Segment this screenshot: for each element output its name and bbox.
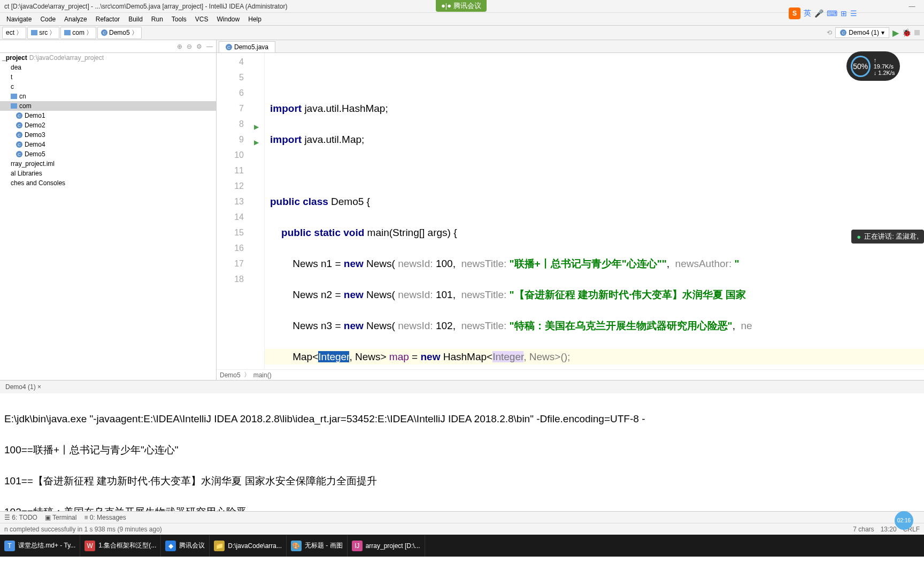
ime-keyboard-icon[interactable]: ⌨ — [827, 9, 837, 18]
menu-navigate[interactable]: Navigate — [2, 16, 36, 23]
menu-window[interactable]: Window — [213, 16, 244, 23]
ime-grid-icon[interactable]: ⊞ — [841, 9, 847, 18]
run-config-combo[interactable]: CDemo4 (1) ▾ — [835, 27, 889, 38]
nav-toolbar: ect 〉 src 〉 com 〉 CDemo5 〉 ⟲ CDemo4 (1) … — [0, 26, 924, 40]
messages-tab[interactable]: ≡ 0: Messages — [84, 514, 126, 521]
run-controls: ⟲ CDemo4 (1) ▾ ▶ 🐞 — [827, 27, 924, 38]
menu-bar: Navigate Code Analyze Refactor Build Run… — [0, 13, 924, 26]
status-chars: 7 chars — [853, 526, 874, 533]
tree-item-com[interactable]: com — [0, 101, 216, 111]
mic-icon: ● — [857, 233, 861, 241]
tree-item[interactable]: CDemo4 — [0, 140, 216, 149]
class-icon: C — [16, 132, 22, 138]
upload-speed: ↑ 19.7K/s — [874, 57, 896, 70]
taskbar-item[interactable]: ◆腾讯会议 — [161, 535, 210, 557]
taskbar-item[interactable]: 📁D:\javaCode\arra... — [210, 535, 287, 557]
status-position: 13:20 — [881, 526, 897, 533]
tree-item[interactable]: rray_project.iml — [0, 159, 216, 169]
download-speed: ↓ 1.2K/s — [874, 70, 896, 76]
todo-tab[interactable]: ☰ 6: TODO — [4, 514, 37, 521]
intellij-icon: IJ — [352, 541, 363, 551]
gear-icon[interactable]: ⚙ — [196, 43, 202, 50]
class-icon: C — [840, 29, 846, 36]
terminal-tab[interactable]: ▣ Terminal — [45, 514, 76, 521]
status-bar: n completed successfully in 1 s 938 ms (… — [0, 523, 924, 535]
class-icon: C — [16, 141, 22, 148]
crumb-com[interactable]: com 〉 — [60, 27, 96, 39]
menu-run[interactable]: Run — [147, 16, 167, 23]
menu-code[interactable]: Code — [36, 16, 60, 23]
app-icon: W — [84, 541, 95, 551]
tree-item[interactable]: dea — [0, 63, 216, 72]
minimize-button[interactable]: — — [900, 0, 924, 13]
code-editor[interactable]: import java.util.HashMap; import java.ut… — [265, 53, 924, 369]
tree-item[interactable]: t — [0, 72, 216, 82]
crumb-demo5[interactable]: CDemo5 〉 — [97, 27, 142, 39]
tree-item[interactable]: CDemo2 — [0, 120, 216, 130]
app-icon: T — [4, 541, 15, 551]
crumb-src[interactable]: src 〉 — [27, 27, 59, 39]
editor-breadcrumb[interactable]: Demo5 〉 main() — [217, 369, 924, 380]
ime-tool-icon[interactable]: ☰ — [850, 9, 857, 18]
ime-toolbar[interactable]: S 英 🎤 ⌨ ⊞ ☰ — [789, 7, 857, 19]
taskbar-item[interactable]: IJarray_project [D:\... — [348, 535, 425, 557]
tree-item[interactable]: cn — [0, 92, 216, 101]
stop-button[interactable] — [914, 30, 920, 35]
tree-item[interactable]: c — [0, 82, 216, 92]
expand-icon[interactable]: ⊖ — [187, 43, 192, 50]
editor-tab-bar: CDemo5.java — [217, 40, 924, 53]
class-icon: C — [16, 122, 22, 128]
menu-analyze[interactable]: Analyze — [60, 16, 91, 23]
menu-help[interactable]: Help — [244, 16, 266, 23]
project-tool-window: ⊕ ⊖ ⚙ — _project D:\javaCode\array_proje… — [0, 40, 217, 380]
tree-item[interactable]: al Libraries — [0, 169, 216, 178]
windows-taskbar: T课堂总结.md+ - Ty... W1.集合框架和泛型(... ◆腾讯会议 📁… — [0, 535, 924, 557]
taskbar-item[interactable]: T课堂总结.md+ - Ty... — [0, 535, 80, 557]
taskbar-item[interactable]: W1.集合框架和泛型(... — [80, 535, 161, 557]
build-indicator-icon[interactable]: ⟲ — [827, 29, 832, 36]
crumb-ect[interactable]: ect 〉 — [2, 27, 26, 39]
class-icon: C — [16, 151, 22, 157]
time-badge[interactable]: 02:16 — [895, 511, 913, 530]
folder-icon — [64, 30, 71, 35]
class-icon: C — [226, 44, 232, 50]
window-controls: — — [900, 0, 924, 13]
folder-icon: 📁 — [214, 541, 225, 551]
ime-mic-icon[interactable]: 🎤 — [814, 9, 823, 18]
meter-percent: 50% — [851, 56, 871, 77]
bottom-tool-tabs: ☰ 6: TODO ▣ Terminal ≡ 0: Messages — [0, 511, 924, 523]
menu-tools[interactable]: Tools — [167, 16, 191, 23]
debug-button[interactable]: 🐞 — [902, 28, 911, 37]
paint-icon: 🎨 — [291, 541, 302, 551]
project-tree[interactable]: _project D:\javaCode\array_project dea t… — [0, 53, 216, 380]
taskbar-item[interactable]: 🎨无标题 - 画图 — [287, 535, 348, 557]
folder-icon — [11, 103, 17, 109]
file-tab[interactable]: CDemo5.java — [219, 41, 275, 52]
menu-vcs[interactable]: VCS — [191, 16, 213, 23]
project-toolbar: ⊕ ⊖ ⚙ — — [0, 40, 216, 53]
ime-lang[interactable]: 英 — [804, 9, 811, 18]
status-message: n completed successfully in 1 s 938 ms (… — [4, 526, 162, 533]
speaking-indicator: ●正在讲话: 孟淑君, — [851, 230, 924, 244]
gutter[interactable]: 4567 891011 1213 1415161718 — [217, 53, 265, 369]
folder-icon — [11, 94, 17, 99]
tree-item[interactable]: CDemo3 — [0, 130, 216, 140]
tree-item[interactable]: ches and Consoles — [0, 178, 216, 188]
console-output[interactable]: E:\jdk\bin\java.exe "-javaagent:E:\IDEA\… — [0, 393, 924, 511]
menu-build[interactable]: Build — [124, 16, 147, 23]
run-button[interactable]: ▶ — [892, 28, 899, 38]
sogou-ime-icon[interactable]: S — [789, 7, 800, 19]
collapse-icon[interactable]: ⊕ — [177, 43, 182, 50]
tree-item[interactable]: CDemo5 — [0, 149, 216, 159]
tree-root[interactable]: _project D:\javaCode\array_project — [0, 53, 216, 63]
breadcrumbs: ect 〉 src 〉 com 〉 CDemo5 〉 — [0, 27, 827, 39]
tree-item[interactable]: CDemo1 — [0, 111, 216, 120]
editor-area: CDemo5.java 4567 891011 1213 1415161718 … — [217, 40, 924, 380]
network-meter-overlay[interactable]: 50% ↑ 19.7K/s ↓ 1.2K/s — [846, 51, 900, 81]
menu-refactor[interactable]: Refactor — [91, 16, 124, 23]
run-tab[interactable]: Demo4 (1) × — [0, 382, 47, 392]
folder-icon — [31, 30, 37, 35]
app-icon: ◆ — [165, 541, 176, 551]
hide-icon[interactable]: — — [206, 43, 213, 50]
tencent-meeting-badge: ●|● 腾讯会议 — [436, 0, 487, 12]
